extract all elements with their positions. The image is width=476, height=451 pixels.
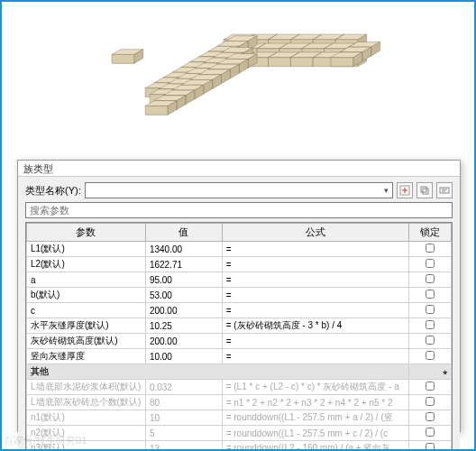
param-name-cell[interactable]: L墙底部灰砂砖总个数(默认) — [27, 395, 146, 410]
param-name-cell[interactable]: L1(默认) — [27, 242, 146, 257]
grid-row[interactable]: L2(默认)1622.71= — [27, 257, 452, 272]
param-formula-cell[interactable]: = — [222, 242, 408, 257]
param-name-cell[interactable]: 竖向灰缝厚度 — [27, 349, 146, 364]
grid-row[interactable]: n1(默认)10= rounddown((L1 - 257.5 mm + a /… — [27, 410, 452, 426]
param-value-cell[interactable]: 10 — [145, 410, 222, 426]
grid-row[interactable]: n3(默认)13= rounddown((L2 - 160 mm) / (a +… — [27, 441, 452, 452]
grid-header: 参数 值 公式 锁定 — [27, 224, 452, 242]
param-value-cell[interactable]: 10.25 — [145, 318, 222, 334]
param-formula-cell[interactable]: = — [222, 272, 408, 288]
param-value-cell[interactable]: 0.032 — [145, 380, 222, 395]
grid-row[interactable]: a95.00= — [27, 272, 452, 288]
param-value-cell[interactable]: 10.00 — [145, 349, 222, 364]
param-name-cell[interactable]: 水平灰缝厚度(默认) — [27, 318, 146, 334]
grid-row[interactable]: c200.00= — [27, 303, 452, 318]
model-viewport[interactable] — [2, 2, 474, 160]
lock-checkbox[interactable] — [426, 397, 435, 406]
lock-checkbox[interactable] — [426, 351, 435, 360]
grid-row[interactable]: n2(默认)5= rounddown((L1 - 257.5 mm + c / … — [27, 426, 452, 441]
param-value-cell[interactable]: 200.00 — [145, 303, 222, 318]
lock-checkbox[interactable] — [426, 428, 435, 437]
param-formula-cell[interactable]: = rounddown((L1 - 257.5 mm + c / 2) / (c — [222, 426, 408, 441]
param-name-cell[interactable]: L墙底部水泥砂浆体积(默认) — [27, 380, 146, 395]
lock-checkbox[interactable] — [426, 259, 435, 268]
param-value-cell[interactable]: 95.00 — [145, 272, 222, 288]
param-formula-cell[interactable]: = — [222, 257, 408, 272]
param-value-cell[interactable]: 1340.00 — [145, 242, 222, 257]
rename-type-button[interactable] — [436, 182, 453, 198]
dialog-title: 族类型 — [18, 161, 460, 177]
param-formula-cell[interactable]: = (灰砂砖砌筑高度 - 3 * b) / 4 — [222, 318, 408, 334]
lock-checkbox[interactable] — [426, 290, 435, 299]
param-name-cell[interactable]: a — [27, 272, 146, 288]
lock-checkbox[interactable] — [426, 443, 435, 451]
lock-checkbox[interactable] — [426, 305, 435, 314]
param-name-cell[interactable]: n1(默认) — [27, 410, 146, 426]
duplicate-type-button[interactable] — [416, 182, 433, 198]
param-formula-cell[interactable]: = n1 * 2 + n2 * 2 + n3 * 2 + n4 * 2 + n5… — [222, 395, 408, 410]
param-value-cell[interactable]: 53.00 — [145, 288, 222, 303]
param-value-cell[interactable]: 5 — [145, 426, 222, 441]
param-name-cell[interactable]: L2(默认) — [27, 257, 146, 272]
grid-row[interactable]: b(默认)53.00= — [27, 288, 452, 303]
param-formula-cell[interactable]: = — [222, 288, 408, 303]
lock-checkbox[interactable] — [426, 382, 435, 391]
new-type-icon — [399, 185, 410, 196]
param-name-cell[interactable]: 灰砂砖砌筑高度(默认) — [27, 334, 146, 349]
type-name-combo[interactable]: ▾ — [85, 182, 393, 198]
grid-section-header[interactable]: 其他٭ — [27, 364, 452, 380]
grid-row[interactable]: 水平灰缝厚度(默认)10.25= (灰砂砖砌筑高度 - 3 * b) / 4 — [27, 318, 452, 334]
svg-rect-1 — [421, 187, 426, 192]
grid-row[interactable]: L墙底部水泥砂浆体积(默认)0.032= (L1 * c + (L2 - c) … — [27, 380, 452, 395]
lock-checkbox[interactable] — [426, 412, 435, 421]
svg-rect-2 — [423, 189, 428, 194]
param-formula-cell[interactable]: = — [222, 303, 408, 318]
grid-row[interactable]: 灰砂砖砌筑高度(默认)200.00= — [27, 334, 452, 349]
brick-wall-3d — [61, 14, 416, 148]
param-formula-cell[interactable]: = — [222, 334, 408, 349]
param-name-cell[interactable]: b(默认) — [27, 288, 146, 303]
grid-row[interactable]: 竖向灰缝厚度10.00= — [27, 349, 452, 364]
param-formula-cell[interactable]: = rounddown((L2 - 160 mm) / (a + 竖向灰 — [222, 441, 408, 452]
type-name-label: 类型名称(Y): — [25, 184, 81, 198]
lock-checkbox[interactable] — [426, 244, 435, 253]
parameter-grid[interactable]: 参数 值 公式 锁定 L1(默认)1340.00=L2(默认)1622.71=a… — [25, 222, 453, 451]
param-value-cell[interactable]: 80 — [145, 395, 222, 410]
lock-checkbox[interactable] — [426, 320, 435, 329]
param-value-cell[interactable]: 1622.71 — [145, 257, 222, 272]
lock-checkbox[interactable] — [426, 274, 435, 283]
family-types-dialog: 族类型 类型名称(Y): ▾ 参数 — [17, 160, 461, 432]
new-type-button[interactable] — [397, 182, 413, 198]
grid-row[interactable]: L1(默认)1340.00= — [27, 242, 452, 257]
svg-rect-3 — [440, 188, 449, 193]
search-input[interactable] — [25, 202, 453, 218]
param-formula-cell[interactable]: = — [222, 349, 408, 364]
lock-checkbox[interactable] — [426, 336, 435, 345]
param-formula-cell[interactable]: = (L1 * c + (L2 - c) * c) * 灰砂砖砌筑高度 - a — [222, 380, 408, 395]
watermark: 百家号/技生研究01 — [4, 434, 87, 447]
param-name-cell[interactable]: c — [27, 303, 146, 318]
grid-row[interactable]: L墙底部灰砂砖总个数(默认)80= n1 * 2 + n2 * 2 + n3 *… — [27, 395, 452, 410]
rename-type-icon — [439, 185, 450, 196]
chevron-down-icon: ▾ — [384, 186, 389, 195]
param-formula-cell[interactable]: = rounddown((L1 - 257.5 mm + a / 2) / (竖 — [222, 410, 408, 426]
param-value-cell[interactable]: 200.00 — [145, 334, 222, 349]
param-value-cell[interactable]: 13 — [145, 441, 222, 452]
duplicate-type-icon — [419, 185, 430, 196]
